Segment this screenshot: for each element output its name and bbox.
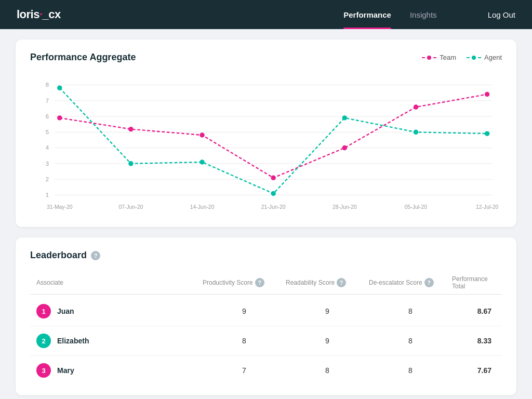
svg-text:05-Jul-20: 05-Jul-20	[405, 204, 428, 210]
rank-badge-1: 1	[36, 304, 51, 318]
svg-text:5: 5	[46, 129, 49, 135]
performance-total-2: 7.67	[452, 366, 496, 375]
logo-text-part1: loris	[17, 8, 39, 21]
svg-text:12-Jul-20: 12-Jul-20	[476, 204, 499, 210]
svg-text:14-Jun-20: 14-Jun-20	[190, 204, 215, 210]
team-dot-0	[57, 115, 62, 120]
col-total: Performance Total	[452, 275, 496, 290]
agent-dot-5	[414, 130, 418, 135]
associate-name-1: Elizabeth	[57, 337, 89, 345]
readability-score-0: 9	[286, 307, 369, 315]
chart-legend: Team Agent	[422, 54, 502, 61]
logo: loris·_cx	[17, 8, 61, 21]
associate-name-2: Mary	[57, 366, 74, 375]
svg-text:31-May-20: 31-May-20	[47, 204, 73, 210]
agent-dot-6	[485, 131, 489, 136]
legend-agent: Agent	[467, 54, 502, 61]
svg-text:21-Jun-20: 21-Jun-20	[261, 204, 286, 210]
svg-text:7: 7	[46, 98, 49, 104]
team-dot-3	[271, 176, 275, 180]
rank-badge-3: 3	[36, 363, 51, 378]
table-row: 1 Juan 9 9 8 8.67	[30, 297, 502, 326]
table-row: 3 Mary 7 8 8 7.67	[30, 356, 502, 385]
chart-card-header: Performance Aggregate Team Agent	[30, 52, 502, 63]
svg-text:07-Jun-20: 07-Jun-20	[118, 204, 143, 210]
performance-total-0: 8.67	[452, 307, 496, 315]
svg-text:1: 1	[46, 192, 49, 198]
associate-cell-2: 3 Mary	[36, 363, 203, 378]
svg-text:2: 2	[46, 176, 49, 182]
associate-cell-0: 1 Juan	[36, 304, 203, 318]
col-readability: Readability Score ?	[286, 275, 369, 290]
team-line	[60, 94, 487, 178]
deescalator-help-icon[interactable]: ?	[424, 278, 434, 287]
legend-team-label: Team	[440, 54, 456, 61]
leaderboard-card: Leaderboard ? Associate Productivity Sco…	[16, 237, 516, 395]
deescalator-score-0: 8	[369, 307, 452, 315]
svg-text:8: 8	[46, 82, 49, 88]
leaderboard-help-icon[interactable]: ?	[91, 251, 100, 260]
performance-total-1: 8.33	[452, 337, 496, 345]
svg-text:3: 3	[46, 161, 49, 167]
team-dot-1	[128, 127, 133, 131]
associate-cell-1: 2 Elizabeth	[36, 334, 203, 348]
agent-dot-0	[57, 85, 62, 90]
performance-chart-card: Performance Aggregate Team Agent	[16, 39, 516, 227]
productivity-score-1: 8	[203, 337, 286, 345]
chart-svg: 8 7 6 5 4 3 2 1 31-May-20 07-Jun-20 14-J…	[30, 71, 502, 217]
agent-dot-3	[271, 191, 275, 196]
col-deescalator: De-escalator Score ?	[369, 275, 452, 290]
readability-score-2: 8	[286, 366, 369, 375]
svg-text:6: 6	[46, 113, 49, 119]
chart-title: Performance Aggregate	[30, 52, 136, 63]
team-dot-5	[414, 104, 418, 109]
legend-team-line	[422, 57, 436, 58]
logo-text-part2: _cx	[43, 8, 61, 21]
deescalator-score-1: 8	[369, 337, 452, 345]
legend-agent-label: Agent	[484, 54, 502, 61]
nav-insights[interactable]: Insights	[401, 0, 446, 29]
productivity-score-0: 9	[203, 307, 286, 315]
agent-dot-2	[200, 159, 204, 164]
col-associate: Associate	[36, 275, 203, 290]
team-dot-2	[200, 132, 204, 137]
leaderboard-header: Leaderboard ?	[30, 250, 502, 261]
agent-dot-1	[128, 161, 133, 166]
readability-help-icon[interactable]: ?	[337, 278, 346, 287]
rank-badge-2: 2	[36, 334, 51, 348]
logout-button[interactable]: Log Out	[488, 10, 515, 19]
svg-text:28-Jun-20: 28-Jun-20	[332, 204, 357, 210]
chart-area: 8 7 6 5 4 3 2 1 31-May-20 07-Jun-20 14-J…	[30, 71, 502, 217]
table-row: 2 Elizabeth 8 9 8 8.33	[30, 326, 502, 356]
team-dot-4	[342, 145, 347, 150]
nav-performance[interactable]: Performance	[334, 0, 401, 29]
associate-name-0: Juan	[57, 307, 74, 315]
legend-agent-line	[467, 57, 481, 58]
navbar: loris·_cx Performance Insights Log Out	[0, 0, 532, 29]
svg-text:4: 4	[46, 144, 49, 151]
deescalator-score-2: 8	[369, 366, 452, 375]
col-productivity: Productivity Score ?	[203, 275, 286, 290]
nav-links: Performance Insights	[334, 0, 446, 29]
table-header: Associate Productivity Score ? Readabili…	[30, 271, 502, 295]
leaderboard-rows: 1 Juan 9 9 8 8.67 2 Elizabeth 8 9 8 8.33…	[30, 297, 502, 385]
agent-dot-4	[342, 115, 347, 120]
productivity-help-icon[interactable]: ?	[255, 278, 264, 287]
team-dot-6	[485, 92, 489, 97]
readability-score-1: 9	[286, 337, 369, 345]
legend-team: Team	[422, 54, 456, 61]
main-content: Performance Aggregate Team Agent	[0, 29, 532, 399]
productivity-score-2: 7	[203, 366, 286, 375]
leaderboard-title: Leaderboard	[30, 250, 87, 261]
